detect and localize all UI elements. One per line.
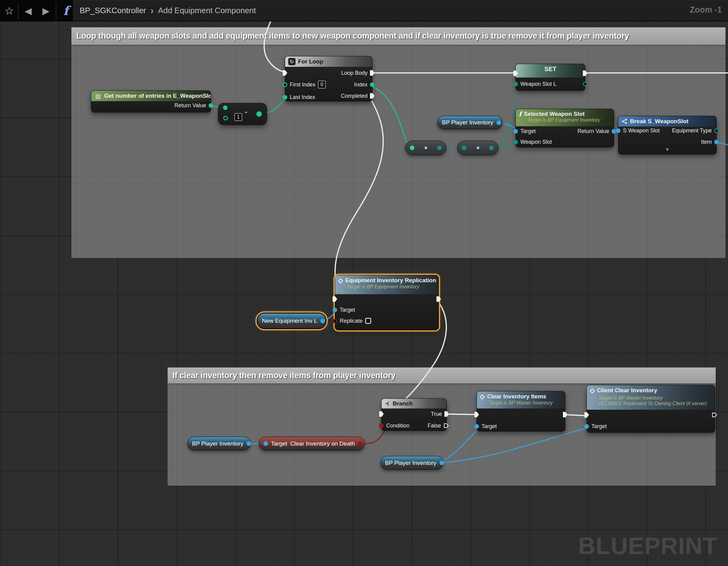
exec-in-pin[interactable] bbox=[283, 70, 287, 76]
condition-pin[interactable] bbox=[379, 424, 384, 428]
pin-label-weapon-slot: Weapon Slot bbox=[520, 139, 552, 145]
exec-in-pin[interactable] bbox=[333, 296, 337, 302]
var-new-equipment-inv[interactable]: New Equipment Inv L bbox=[257, 313, 326, 329]
weapon-slot-pin[interactable] bbox=[513, 140, 518, 144]
subtract-b-pin[interactable] bbox=[223, 116, 228, 120]
object-out-pin[interactable] bbox=[439, 461, 444, 465]
subtract-value-input[interactable]: 1 bbox=[234, 113, 242, 121]
exec-in-pin[interactable] bbox=[513, 70, 518, 76]
comment-header[interactable]: If clear inventory then remove items fro… bbox=[168, 368, 716, 383]
var-bp-player-inventory-left[interactable]: BP Player Inventory bbox=[187, 437, 251, 451]
breadcrumb-root[interactable]: BP_SGKController bbox=[80, 6, 146, 15]
reroute-node-2[interactable] bbox=[457, 141, 498, 155]
exec-loop-body-pin[interactable] bbox=[370, 70, 375, 76]
node-get-entries[interactable]: ▤ Get number of entries in E_WeaponSlots… bbox=[91, 90, 211, 112]
forward-icon[interactable]: ▶ bbox=[38, 0, 54, 21]
reroute-out-pin[interactable] bbox=[437, 145, 442, 150]
node-branch[interactable]: Branch True Condition False bbox=[381, 398, 447, 431]
node-break-s-weaponslot[interactable]: Break S_WeaponSlot S Weapon Slot Equipme… bbox=[618, 116, 717, 154]
exec-out-pin[interactable] bbox=[436, 296, 441, 302]
object-out-pin[interactable] bbox=[320, 319, 325, 323]
exec-completed-pin[interactable] bbox=[370, 93, 375, 99]
subtract-result-pin[interactable] bbox=[256, 111, 262, 117]
equipment-type-pin[interactable] bbox=[714, 128, 719, 133]
bool-out-pin[interactable] bbox=[358, 441, 363, 446]
comment-header[interactable]: Loop though all weapon slots and add equ… bbox=[71, 27, 726, 45]
exec-false-pin[interactable] bbox=[443, 423, 449, 428]
exec-out-pin[interactable] bbox=[563, 412, 568, 417]
target-pin[interactable] bbox=[474, 424, 479, 429]
event-diamond-icon: ◇ bbox=[590, 387, 594, 394]
s-weapon-slot-pin[interactable] bbox=[616, 128, 620, 133]
reroute-in-pin[interactable] bbox=[410, 145, 414, 150]
node-header[interactable]: ▤ Get number of entries in E_WeaponSlots bbox=[91, 91, 211, 101]
var-bp-player-inventory-top[interactable]: BP Player Inventory bbox=[437, 116, 502, 129]
pin-label-condition: Condition bbox=[386, 423, 409, 429]
node-header[interactable]: ◇ Clear Inventory Items Target is BP Mas… bbox=[477, 391, 565, 409]
var-bp-player-inventory-mid[interactable]: BP Player Inventory bbox=[380, 456, 443, 470]
node-header[interactable]: Branch bbox=[382, 399, 447, 409]
zoom-level-label: Zoom -1 bbox=[690, 5, 722, 15]
target-pin[interactable] bbox=[333, 308, 337, 312]
first-index-pin[interactable] bbox=[283, 82, 287, 87]
exec-in-pin[interactable] bbox=[584, 412, 589, 418]
pin-label-weapon-slot-l: Weapon Slot L bbox=[520, 81, 556, 87]
collapse-arrow-icon[interactable]: ▼ bbox=[618, 147, 716, 152]
back-icon[interactable]: ◀ bbox=[20, 0, 36, 21]
node-header[interactable]: f Selected Weapon Slot Target is BP Equi… bbox=[516, 109, 614, 126]
weapon-slot-l-pin[interactable] bbox=[513, 82, 518, 86]
target-pin[interactable] bbox=[513, 129, 518, 134]
node-title: Client Clear Inventory bbox=[597, 387, 657, 394]
exec-in-pin[interactable] bbox=[474, 412, 479, 417]
target-pin[interactable] bbox=[263, 441, 268, 446]
node-selected-weapon-slot[interactable]: f Selected Weapon Slot Target is BP Equi… bbox=[515, 109, 614, 147]
exec-in-pin[interactable] bbox=[379, 411, 384, 417]
exec-out-pin[interactable] bbox=[583, 70, 587, 76]
node-header[interactable]: ↻ For Loop bbox=[285, 56, 372, 67]
node-for-loop[interactable]: ↻ For Loop Loop Body First Index 0 Index… bbox=[285, 56, 372, 101]
var-label: BP Player Inventory bbox=[442, 119, 493, 126]
node-subtitle: Target is BP Master Inventory bbox=[488, 400, 553, 406]
pin-label-loop-body: Loop Body bbox=[341, 70, 368, 76]
reroute-node-1[interactable] bbox=[405, 141, 446, 155]
node-title: For Loop bbox=[298, 58, 323, 65]
node-set-weapon-slot[interactable]: SET Weapon Slot L bbox=[515, 64, 585, 91]
weapon-slot-l-out-pin[interactable] bbox=[583, 82, 587, 86]
node-clear-inventory-on-death[interactable]: Target Clear Inventory on Death bbox=[259, 437, 365, 451]
target-pin[interactable] bbox=[584, 424, 589, 429]
function-graph-icon[interactable]: f bbox=[59, 0, 73, 21]
replicate-checkbox[interactable] bbox=[365, 318, 371, 324]
index-pin[interactable] bbox=[370, 82, 375, 87]
reroute-in-pin[interactable] bbox=[462, 145, 466, 150]
reroute-out-pin[interactable] bbox=[489, 145, 494, 150]
node-header[interactable]: ◇ Equipment Inventory Replication Target… bbox=[335, 275, 439, 294]
node-title: Break S_WeaponSlot bbox=[630, 118, 688, 125]
object-out-pin[interactable] bbox=[496, 120, 501, 125]
node-client-clear-inventory[interactable]: ◇ Client Clear Inventory Target is BP Ma… bbox=[587, 385, 715, 433]
subtract-a-pin[interactable] bbox=[223, 105, 228, 110]
exec-out-pin[interactable] bbox=[712, 412, 717, 418]
var-label: Clear Inventory on Death bbox=[290, 440, 355, 447]
item-pin[interactable] bbox=[714, 140, 719, 144]
pin-label-first-index: First Index bbox=[290, 81, 315, 88]
replicate-pin[interactable] bbox=[333, 319, 337, 323]
favorite-star-icon[interactable]: ☆ bbox=[2, 0, 16, 21]
var-label: BP Player Inventory bbox=[385, 460, 436, 466]
blueprint-watermark: BLUEPRINT bbox=[578, 532, 718, 560]
node-subtitle: Target is BP Master Inventory bbox=[598, 395, 663, 401]
node-header[interactable]: Break S_WeaponSlot bbox=[618, 116, 716, 126]
breadcrumb-current[interactable]: Add Equipment Component bbox=[158, 6, 256, 15]
blueprint-canvas[interactable]: Loop though all weapon slots and add equ… bbox=[0, 0, 728, 566]
node-equipment-inventory-replication[interactable]: ◇ Equipment Inventory Replication Target… bbox=[335, 275, 439, 330]
node-header[interactable]: ◇ Client Clear Inventory Target is BP Ma… bbox=[587, 385, 715, 410]
first-index-input[interactable]: 0 bbox=[318, 81, 326, 89]
return-value-pin[interactable] bbox=[612, 129, 616, 134]
object-out-pin[interactable] bbox=[247, 441, 251, 446]
exec-true-pin[interactable] bbox=[444, 411, 449, 417]
node-subtract[interactable]: 1 - bbox=[218, 103, 267, 125]
node-clear-inventory-items[interactable]: ◇ Clear Inventory Items Target is BP Mas… bbox=[477, 391, 565, 432]
last-index-pin[interactable] bbox=[283, 95, 287, 100]
pin-label-target: Target bbox=[271, 440, 287, 447]
minus-operator: - bbox=[245, 107, 247, 116]
return-value-pin[interactable] bbox=[209, 103, 213, 108]
